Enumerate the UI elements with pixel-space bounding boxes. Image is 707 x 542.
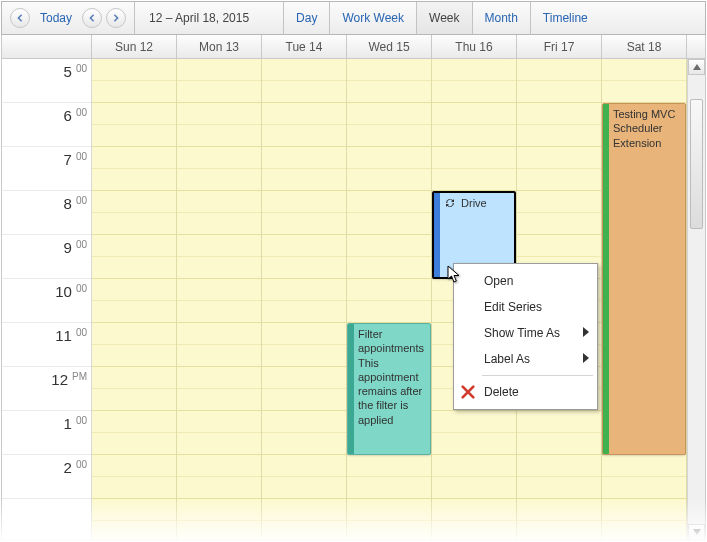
- time-gutter: 500 600 700 800 900 1000 1100 12PM 100 2…: [2, 59, 92, 540]
- time-grid: 500 600 700 800 900 1000 1100 12PM 100 2…: [1, 59, 706, 541]
- scheduler-frame: Today 12 – April 18, 2015 Day Work Week …: [0, 0, 707, 542]
- scroll-up-button[interactable]: [688, 59, 705, 75]
- hour-10: 1000: [2, 279, 91, 323]
- nav-next-button[interactable]: [106, 8, 126, 28]
- submenu-arrow-icon: [583, 352, 589, 366]
- menu-label: Show Time As: [484, 326, 560, 340]
- appointment-title: Filter appointments: [358, 327, 426, 356]
- hour-minor: 00: [76, 63, 87, 74]
- day-header-sun[interactable]: Sun 12: [92, 35, 177, 58]
- recurrence-icon: [444, 197, 456, 212]
- submenu-arrow-icon: [583, 326, 589, 340]
- view-week[interactable]: Week: [417, 2, 472, 34]
- col-sat[interactable]: Testing MVC Scheduler Extension: [602, 59, 687, 540]
- nav-back-button[interactable]: [10, 8, 30, 28]
- hour-6: 600: [2, 103, 91, 147]
- col-sun[interactable]: [92, 59, 177, 540]
- day-header-wed[interactable]: Wed 15: [347, 35, 432, 58]
- appointment-filter[interactable]: Filter appointments This appointment rem…: [347, 323, 431, 455]
- hour-major: 12: [51, 371, 68, 388]
- hour-major: 11: [55, 327, 72, 344]
- appointment-body: This appointment remains after the filte…: [358, 356, 426, 427]
- menu-label: Delete: [484, 385, 519, 399]
- hour-major: 7: [64, 151, 72, 168]
- hour-minor: 00: [76, 195, 87, 206]
- nav-group: Today: [2, 2, 135, 34]
- hour-minor: 00: [76, 239, 87, 250]
- view-timeline[interactable]: Timeline: [531, 2, 600, 34]
- hour-major: 2: [64, 459, 72, 476]
- hour-minor: 00: [76, 459, 87, 470]
- day-header-fri[interactable]: Fri 17: [517, 35, 602, 58]
- view-month[interactable]: Month: [473, 2, 531, 34]
- status-bar: [434, 193, 440, 277]
- hour-9: 900: [2, 235, 91, 279]
- menu-show-time-as[interactable]: Show Time As: [454, 320, 597, 346]
- hour-minor: 00: [76, 283, 87, 294]
- hour-11: 1100: [2, 323, 91, 367]
- hour-major: 9: [64, 239, 72, 256]
- hour-minor: 00: [76, 151, 87, 162]
- menu-open[interactable]: Open: [454, 268, 597, 294]
- appointment-title: Testing MVC Scheduler Extension: [613, 107, 681, 150]
- nav-prev-button[interactable]: [82, 8, 102, 28]
- day-header-sat[interactable]: Sat 18: [602, 35, 687, 58]
- hour-minor: PM: [72, 371, 87, 382]
- appointment-testing[interactable]: Testing MVC Scheduler Extension: [602, 103, 686, 455]
- vertical-scrollbar[interactable]: [687, 59, 705, 540]
- hour-12: 12PM: [2, 367, 91, 411]
- delete-icon: [460, 384, 476, 400]
- scroll-thumb[interactable]: [690, 99, 703, 229]
- appointment-title: Drive: [461, 197, 487, 209]
- menu-label-as[interactable]: Label As: [454, 346, 597, 372]
- menu-edit-series[interactable]: Edit Series: [454, 294, 597, 320]
- menu-separator: [482, 375, 593, 376]
- hour-5: 500: [2, 59, 91, 103]
- hour-7: 700: [2, 147, 91, 191]
- menu-label: Edit Series: [484, 300, 542, 314]
- col-tue[interactable]: [262, 59, 347, 540]
- view-work-week[interactable]: Work Week: [330, 2, 417, 34]
- status-bar: [603, 104, 609, 454]
- menu-delete[interactable]: Delete: [454, 379, 597, 405]
- col-mon[interactable]: [177, 59, 262, 540]
- hour-major: 8: [64, 195, 72, 212]
- day-header-row: Sun 12 Mon 13 Tue 14 Wed 15 Thu 16 Fri 1…: [1, 35, 706, 59]
- hour-major: 6: [64, 107, 72, 124]
- view-day[interactable]: Day: [284, 2, 330, 34]
- day-header-mon[interactable]: Mon 13: [177, 35, 262, 58]
- status-bar: [348, 324, 354, 454]
- col-wed[interactable]: Filter appointments This appointment rem…: [347, 59, 432, 540]
- scroll-header-spacer: [687, 35, 705, 58]
- hour-major: 1: [64, 415, 72, 432]
- hour-8: 800: [2, 191, 91, 235]
- menu-label: Label As: [484, 352, 530, 366]
- toolbar: Today 12 – April 18, 2015 Day Work Week …: [1, 1, 706, 35]
- hour-1: 100: [2, 411, 91, 455]
- date-range-group: 12 – April 18, 2015: [135, 2, 284, 34]
- today-link[interactable]: Today: [34, 11, 78, 25]
- hour-major: 5: [64, 63, 72, 80]
- scroll-down-button[interactable]: [688, 524, 705, 540]
- hour-minor: 00: [76, 327, 87, 338]
- hour-major: 10: [55, 283, 72, 300]
- hour-2: 200: [2, 455, 91, 499]
- menu-label: Open: [484, 274, 513, 288]
- date-range-label: 12 – April 18, 2015: [143, 11, 275, 25]
- time-gutter-header: [2, 35, 92, 58]
- hour-minor: 00: [76, 107, 87, 118]
- day-header-tue[interactable]: Tue 14: [262, 35, 347, 58]
- hour-minor: 00: [76, 415, 87, 426]
- day-header-thu[interactable]: Thu 16: [432, 35, 517, 58]
- context-menu: Open Edit Series Show Time As Label As D…: [453, 263, 598, 410]
